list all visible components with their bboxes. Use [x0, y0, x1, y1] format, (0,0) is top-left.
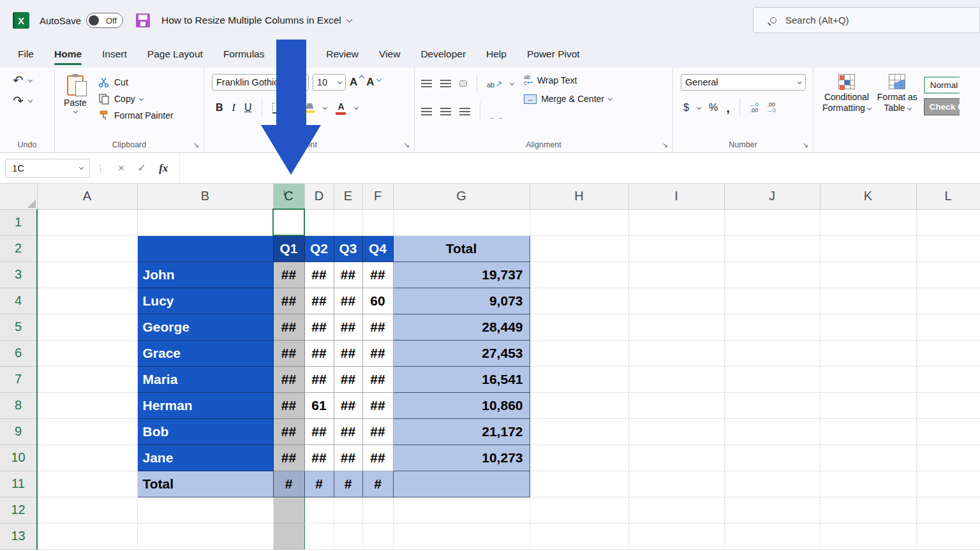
cell-I12[interactable]: [628, 497, 724, 523]
cell-D12[interactable]: [304, 497, 334, 523]
tab-power-pivot[interactable]: Power Pivot: [517, 41, 590, 68]
cell-K6[interactable]: [820, 340, 916, 366]
cell-C10[interactable]: ##: [273, 444, 304, 471]
copy-button[interactable]: Copy: [98, 93, 174, 105]
cell-B4-name[interactable]: Lucy: [137, 288, 273, 314]
wrap-text-button[interactable]: abc↩ Wrap Text: [524, 75, 612, 85]
cell-K3[interactable]: [820, 261, 916, 288]
cell-L6[interactable]: [916, 340, 980, 366]
align-top-button[interactable]: [421, 80, 432, 87]
cell-I2[interactable]: [628, 235, 724, 261]
cell-C4[interactable]: ##: [273, 288, 304, 314]
cell-F11[interactable]: #: [362, 471, 393, 497]
cell-A3[interactable]: [37, 261, 137, 288]
cell-A8[interactable]: [37, 392, 137, 418]
align-right-button[interactable]: [459, 108, 470, 115]
cell-J7[interactable]: [724, 366, 820, 392]
tab-developer[interactable]: Developer: [410, 41, 476, 68]
search-input[interactable]: Search (Alt+Q): [753, 7, 980, 33]
cell-C7[interactable]: ##: [273, 366, 304, 392]
align-bottom-button[interactable]: [459, 80, 467, 87]
cell-A1[interactable]: [37, 209, 137, 235]
cell-H5[interactable]: [530, 314, 628, 340]
cell-G12[interactable]: [393, 497, 530, 523]
cell-E10[interactable]: ##: [334, 444, 362, 471]
document-title[interactable]: How to Resize Multiple Columns in Excel: [161, 15, 352, 26]
column-header-I[interactable]: I: [628, 184, 724, 209]
excel-app-icon[interactable]: X: [13, 12, 29, 29]
cell-H3[interactable]: [530, 261, 628, 288]
cell-K11[interactable]: [820, 471, 916, 497]
cell-F7[interactable]: ##: [362, 366, 393, 392]
orientation-button[interactable]: ab↗: [487, 79, 502, 89]
cell-G9-total[interactable]: 21,172: [393, 418, 530, 444]
align-middle-button[interactable]: [440, 80, 451, 87]
cell-A5[interactable]: [37, 314, 137, 340]
cell-E2-q3[interactable]: Q3: [334, 235, 362, 261]
cell-K4[interactable]: [820, 288, 916, 314]
column-header-E[interactable]: E: [334, 184, 362, 209]
cell-H9[interactable]: [530, 418, 628, 444]
cell-I11[interactable]: [628, 471, 724, 497]
currency-button[interactable]: $: [683, 102, 689, 114]
enter-button[interactable]: ✓: [131, 161, 152, 175]
cell-J6[interactable]: [724, 340, 820, 366]
cell-A4[interactable]: [37, 288, 137, 314]
decrease-decimal-button[interactable]: .00→0: [767, 102, 776, 114]
cell-D9[interactable]: ##: [304, 418, 334, 444]
cell-D5[interactable]: ##: [304, 314, 334, 340]
cell-F9[interactable]: ##: [362, 418, 393, 444]
row-header-1[interactable]: 1: [0, 209, 37, 235]
cell-J12[interactable]: [724, 497, 820, 523]
cell-F13[interactable]: [362, 523, 393, 549]
tab-insert[interactable]: Insert: [92, 41, 137, 68]
cell-C8[interactable]: ##: [273, 392, 304, 418]
increase-font-button[interactable]: A: [350, 76, 362, 89]
cell-G3-total[interactable]: 19,737: [393, 261, 530, 288]
cell-G6-total[interactable]: 27,453: [393, 340, 530, 366]
cell-G13[interactable]: [393, 523, 530, 549]
cell-E5[interactable]: ##: [334, 314, 362, 340]
font-size-select[interactable]: 10: [313, 74, 346, 91]
number-format-select[interactable]: General: [681, 74, 806, 91]
row-header-7[interactable]: 7: [0, 366, 37, 392]
cell-G10-total[interactable]: 10,273: [393, 444, 530, 471]
cancel-button[interactable]: ×: [112, 162, 131, 175]
row-header-13[interactable]: 13: [0, 523, 37, 549]
cell-B9-name[interactable]: Bob: [137, 418, 273, 444]
cell-K7[interactable]: [820, 366, 916, 392]
increase-decimal-button[interactable]: ←0.00: [750, 102, 759, 114]
row-header-10[interactable]: 10: [0, 444, 37, 471]
cell-G7-total[interactable]: 16,541: [393, 366, 530, 392]
cell-L13[interactable]: [916, 523, 980, 549]
cell-K8[interactable]: [820, 392, 916, 418]
cell-C1-active[interactable]: [273, 209, 304, 235]
cell-F5[interactable]: ##: [362, 314, 393, 340]
font-dialog-launcher[interactable]: ↘: [404, 142, 410, 149]
cell-D3[interactable]: ##: [304, 261, 334, 288]
row-header-12[interactable]: 12: [0, 497, 37, 523]
cell-L5[interactable]: [916, 314, 980, 340]
tab-help[interactable]: Help: [476, 41, 517, 68]
cell-B8-name[interactable]: Herman: [137, 392, 273, 418]
cell-A6[interactable]: [37, 340, 137, 366]
merge-center-button[interactable]: ↔ Merge & Center: [524, 94, 612, 104]
cell-J11[interactable]: [724, 471, 820, 497]
column-header-K[interactable]: K: [820, 184, 916, 209]
cell-L10[interactable]: [916, 444, 980, 471]
cell-E9[interactable]: ##: [334, 418, 362, 444]
column-header-F[interactable]: F: [362, 184, 393, 209]
cell-K5[interactable]: [820, 314, 916, 340]
cell-L4[interactable]: [916, 288, 980, 314]
row-header-9[interactable]: 9: [0, 418, 37, 444]
row-header-8[interactable]: 8: [0, 392, 37, 418]
cell-E11[interactable]: #: [334, 471, 362, 497]
tab-view[interactable]: View: [369, 41, 410, 68]
tab-home[interactable]: Home: [44, 41, 92, 68]
column-header-C-selected[interactable]: ↓C: [273, 184, 304, 209]
cell-K10[interactable]: [820, 444, 916, 471]
cell-E6[interactable]: ##: [334, 340, 362, 366]
cell-H7[interactable]: [530, 366, 628, 392]
cell-A11[interactable]: [37, 471, 137, 497]
cell-G5-total[interactable]: 28,449: [393, 314, 530, 340]
